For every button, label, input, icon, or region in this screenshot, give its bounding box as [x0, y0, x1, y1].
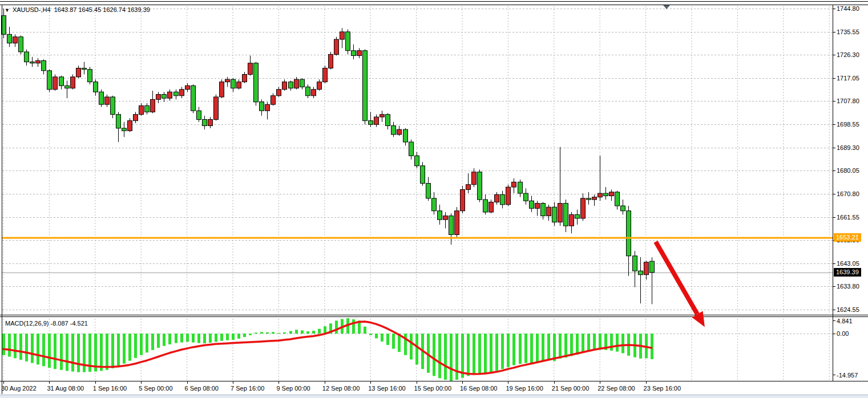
ohlc-values: 1643.87 1645.45 1626.74 1639.39	[54, 6, 150, 13]
chart-window: ▼XAUUSD-,H4 1643.87 1645.45 1626.74 1639…	[0, 0, 868, 398]
chart-shift-marker	[663, 5, 670, 9]
macd-indicator-label: MACD(12,26,9) -8.087 -4.521	[5, 320, 88, 327]
annotation-overlay	[0, 0, 868, 398]
symbol-period-label: XAUUSD-,H4	[13, 6, 51, 13]
symbol-dropdown-icon[interactable]: ▼	[5, 7, 10, 13]
chart-title: ▼XAUUSD-,H4 1643.87 1645.45 1626.74 1639…	[5, 6, 150, 13]
